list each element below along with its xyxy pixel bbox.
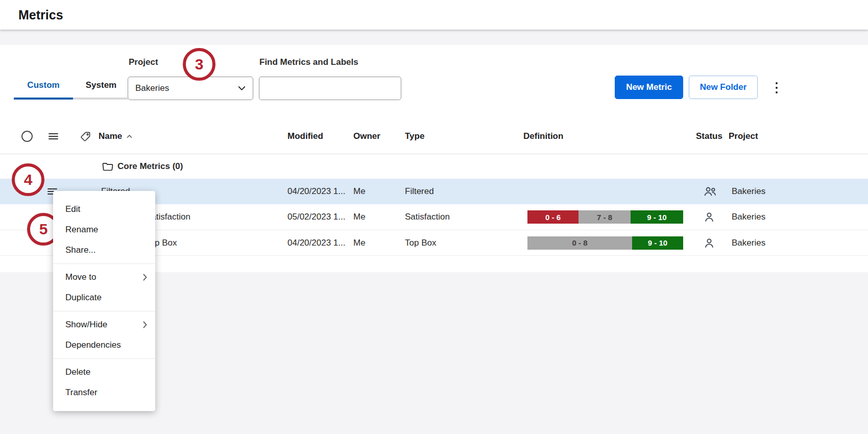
menu-item-dependencies[interactable]: Dependencies <box>53 335 155 355</box>
metric-modified: 05/02/2023 1... <box>287 204 345 230</box>
project-select[interactable]: Bakeries <box>128 77 253 100</box>
menu-item-move-to[interactable]: Move to <box>53 267 155 287</box>
top-bar: Metrics <box>0 0 868 30</box>
sort-ascending-icon <box>127 134 132 138</box>
metric-modified: 04/20/2023 1... <box>287 179 345 204</box>
metrics-page: Metrics Custom System Project Bakeries F… <box>0 0 868 434</box>
metric-owner: Me <box>353 204 366 230</box>
table-header: Name Modified Owner Type Definition Stat… <box>0 119 868 154</box>
folder-name: Core Metrics (0) <box>117 154 183 179</box>
row-context-menu: Edit Rename Share... Move to Duplicate S… <box>53 191 155 411</box>
shared-status-icon <box>703 185 717 198</box>
menu-group: Edit Rename Share... <box>53 196 155 263</box>
status-cell <box>703 204 715 230</box>
annotation-circle-4: 4 <box>12 163 44 196</box>
column-header-status[interactable]: Status <box>696 119 722 154</box>
folder-icon <box>102 154 113 179</box>
status-cell <box>703 230 715 255</box>
menu-item-duplicate[interactable]: Duplicate <box>53 287 155 308</box>
menu-item-share[interactable]: Share... <box>53 240 155 260</box>
metric-type: Top Box <box>405 230 436 255</box>
menu-item-edit[interactable]: Edit <box>53 199 155 220</box>
select-all-checkbox[interactable] <box>21 119 33 154</box>
chevron-right-icon <box>143 274 147 281</box>
menu-item-transfer[interactable]: Transfer <box>53 382 155 403</box>
search-input[interactable] <box>259 77 401 100</box>
private-status-icon <box>703 211 715 223</box>
column-header-definition[interactable]: Definition <box>523 119 563 154</box>
definition-bar: 0 - 67 - 89 - 10 <box>527 204 683 230</box>
column-header-owner[interactable]: Owner <box>353 119 380 154</box>
tab-bar: Custom System <box>14 73 129 102</box>
metric-owner: Me <box>353 230 366 255</box>
status-cell <box>703 179 717 204</box>
menu-item-show-hide[interactable]: Show/Hide <box>53 315 155 335</box>
column-header-type[interactable]: Type <box>405 119 424 154</box>
metric-type: Satisfaction <box>405 204 450 230</box>
metric-owner: Me <box>353 179 366 204</box>
chevron-right-icon <box>143 321 147 328</box>
menu-group: Move to Duplicate <box>53 263 155 311</box>
metric-type: Filtered <box>405 179 434 204</box>
menu-group: Delete Transfer <box>53 358 155 406</box>
menu-item-rename[interactable]: Rename <box>53 220 155 240</box>
tab-system[interactable]: System <box>73 73 129 100</box>
new-metric-button[interactable]: New Metric <box>615 76 683 99</box>
column-header-name[interactable]: Name <box>99 119 132 154</box>
column-header-project[interactable]: Project <box>729 119 758 154</box>
circle-checkbox-icon <box>21 131 33 142</box>
reorder-column-icon <box>49 119 58 154</box>
metric-modified: 04/20/2023 1... <box>287 230 345 255</box>
more-options-button[interactable] <box>769 77 784 99</box>
menu-group: Show/Hide Dependencies <box>53 311 155 358</box>
tab-custom[interactable]: Custom <box>14 73 73 100</box>
chevron-down-icon <box>238 86 246 91</box>
annotation-circle-3: 3 <box>183 48 215 81</box>
new-folder-button[interactable]: New Folder <box>689 76 758 99</box>
project-select-value: Bakeries <box>135 83 169 93</box>
search-label: Find Metrics and Labels <box>259 57 358 67</box>
private-status-icon <box>703 237 715 249</box>
metric-project: Bakeries <box>732 204 765 230</box>
definition-bar: 0 - 89 - 10 <box>527 230 683 255</box>
column-header-modified[interactable]: Modified <box>287 119 323 154</box>
folder-row[interactable]: Core Metrics (0) <box>0 154 868 179</box>
menu-item-delete[interactable]: Delete <box>53 362 155 382</box>
metric-project: Bakeries <box>732 179 765 204</box>
project-label: Project <box>129 57 158 67</box>
metric-project: Bakeries <box>732 230 765 255</box>
tag-icon <box>80 119 91 154</box>
page-title: Metrics <box>18 0 63 30</box>
